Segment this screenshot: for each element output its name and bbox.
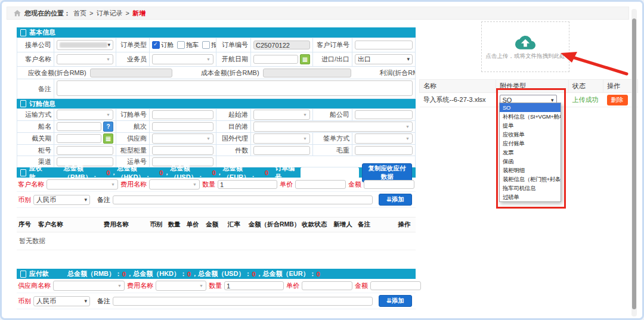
chevron-down-icon: ▼ [111,182,115,187]
home-icon [13,10,21,17]
dropdown-option[interactable]: 保函 [500,157,561,166]
payable-supplier-select[interactable]: ▼ [53,281,125,291]
etd-field[interactable] [253,55,298,64]
packages-label: 件数 [216,145,251,156]
salesman-label: 业务员 [116,52,150,67]
receivable-totals: 总金额（RMB）：0 ， 总金额（HKD）：0 ， 总金额（USD）：0 ， 总… [64,164,269,182]
chevron-down-icon: ▼ [106,113,110,117]
dest-port-label: 目的港 [216,121,251,133]
gross-weight-field[interactable] [355,146,413,155]
breadcrumb-order-records-link[interactable]: 订单记录 [96,9,122,18]
receivable-amount-label: 应收金额(折合RMB) [28,69,86,77]
receivable-add-button[interactable]: ⇊添加 [379,194,412,206]
payable-currency-select[interactable]: 人民币 ▾ [33,296,90,306]
checkbox-customs[interactable] [202,41,210,49]
breadcrumb-home-link[interactable]: 首页 [73,9,86,18]
origin-port-select[interactable]: ▼ [253,110,310,120]
upload-status-badge: 上传成功 [572,96,599,103]
dropdown-option[interactable]: 应收账单 [500,130,561,139]
receivable-table: 序号客户名称 费用名称币别 数量单价 金额汇率 金额（折合RMB）收款状态 新增… [17,217,416,250]
order-no-field [253,41,310,49]
company-select[interactable]: ▾ [57,40,113,50]
receivable-currency-select[interactable]: 人民币 ▾ [33,195,90,205]
calendar-icon[interactable]: ▦ [103,133,113,144]
chevron-down-icon: ▾ [84,299,87,304]
checkbox-trucking[interactable] [177,41,185,49]
attachments-col-status: 状态 [569,80,603,93]
payable-header: 应付款 总金额（RMB）：0 ， 总金额（HKD）：0 ， 总金额（USD）：0… [17,269,416,279]
dropdown-option[interactable]: 拖车司机信息 [500,184,561,192]
dropdown-option[interactable]: 提单 [500,121,561,130]
salesman-select[interactable]: ▼ [152,54,213,64]
dropdown-option[interactable]: 装柜明细 [500,166,561,175]
header-order-no-input[interactable] [301,167,359,178]
basic-remark-textarea[interactable] [57,80,413,96]
voyage-field[interactable] [152,122,213,131]
supplier-select[interactable]: ▼ [152,133,213,144]
checkbox-booking[interactable] [152,41,160,49]
booking-no-field[interactable] [152,110,213,119]
receivable-price-label: 单价 [280,180,293,189]
gross-weight-label: 毛重 [313,145,352,156]
receivable-amount-field [90,69,172,77]
overseas-agent-select[interactable]: ▼ [253,133,310,144]
vertical-scrollbar[interactable] [631,9,637,316]
cutoff-date-field[interactable] [57,134,101,143]
payable-amount-label: 金额 [355,281,368,290]
container-no-label: 柜号 [17,145,54,156]
payable-amount-input[interactable] [370,281,421,290]
header-order-no-label: 订单编号 [275,164,296,182]
dropdown-option[interactable]: 补料信息（SI+VGM+舱单） [500,112,561,121]
payable-qty-label: 数量 [209,281,222,290]
delete-attachment-button[interactable]: 删除 [607,95,628,105]
voyage-label: 航次 [116,121,150,133]
vessel-field[interactable] [57,122,101,131]
payable-qty-input[interactable] [224,281,284,290]
container-no-field[interactable] [57,146,113,155]
chevron-down-icon: ▼ [405,136,410,141]
receivable-fee-select[interactable]: ▼ [149,179,200,189]
company-label: 接单公司 [17,38,54,52]
carrier-field[interactable] [355,110,413,119]
receivable-amount-input[interactable] [364,180,414,189]
payable-remark-input[interactable] [113,297,373,306]
scrollbar-thumb[interactable] [632,18,636,309]
breadcrumb: 您现在的位置： 首页 > 订单记录 > 新增 [7,7,629,20]
copy-receivable-payable-button[interactable]: 复制应收应付数据 [362,163,412,182]
calendar-icon[interactable]: ▦ [300,54,310,64]
bl-type-select[interactable]: ▼ [355,133,413,144]
transport-mode-select[interactable]: ▼ [57,110,113,120]
import-export-label: 进口/出口 [313,52,352,67]
dropdown-option[interactable]: 过磅单 [500,192,561,201]
receivable-price-input[interactable] [295,180,346,189]
import-export-value: 出口 [358,55,371,64]
attachment-type-dropdown-list: SO 补料信息（SI+VGM+舱单） 提单 应收账单 应付账单 发票 保函 装柜… [499,102,561,202]
basic-info-title: 基本信息 [29,28,55,37]
payable-fee-select[interactable]: ▼ [156,281,206,291]
cloud-upload-icon [515,34,535,49]
dropdown-option[interactable]: 应付账单 [500,139,561,148]
dest-port-select[interactable]: ▼ [253,122,413,132]
customer-order-no-field[interactable] [355,41,413,49]
dropdown-option[interactable]: SO [500,103,561,112]
vessel-lookup-icon[interactable]: ? [103,122,113,132]
chevron-down-icon: ▼ [106,57,110,61]
import-export-select[interactable]: 出口 ▾ [355,54,413,64]
container-type-qty-field[interactable] [152,146,213,155]
packages-field[interactable] [253,146,310,155]
upload-dropzone[interactable]: 点击上传，或将文件拖拽到此处 [481,21,569,72]
origin-port-label: 起始港 [216,109,251,121]
payable-price-input[interactable] [302,281,352,290]
booking-info-header: 订舱信息 [17,99,416,108]
receivable-remark-input[interactable] [113,195,373,204]
chevron-down-icon: ▾ [407,57,410,62]
receivable-qty-input[interactable] [218,180,277,189]
chevron-down-icon: ▼ [117,284,122,288]
chevron-down-icon: ▼ [193,182,197,187]
dropdown-option[interactable]: 发票 [500,148,561,157]
order-type-checkboxes: 订舱 拖车 报关 [152,41,213,49]
dropdown-option[interactable]: 装柜信息（柜门照+封条） [500,175,561,184]
customer-name-select[interactable]: ▼ [57,54,113,64]
receivable-customer-select[interactable]: ▼ [47,179,118,189]
payable-add-button[interactable]: ⇊添加 [379,295,412,307]
